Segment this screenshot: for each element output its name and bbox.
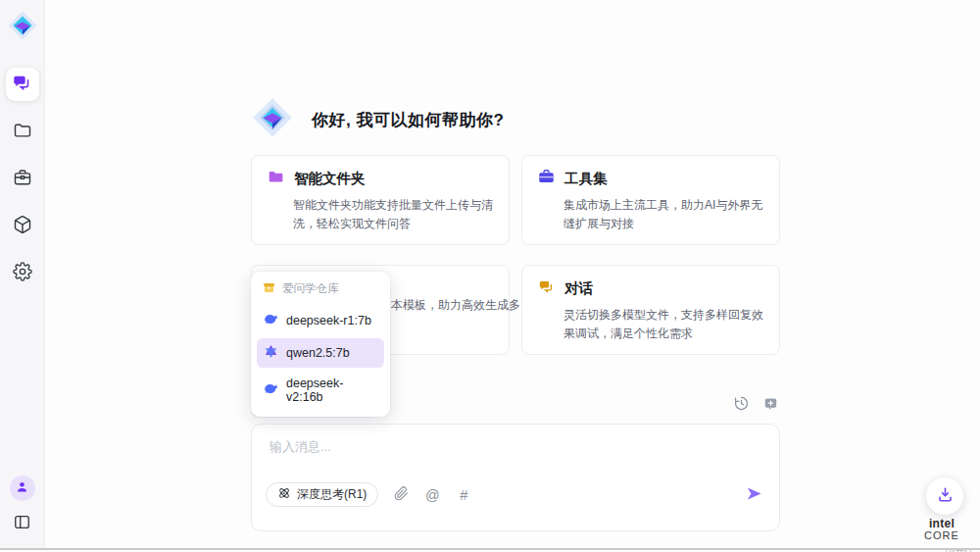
greeting-title: 你好, 我可以如何帮助你? — [312, 109, 504, 131]
deepseek-whale-icon — [264, 381, 278, 399]
collapse-panel-icon — [13, 513, 31, 534]
card-title: 工具集 — [564, 170, 608, 188]
new-chat-button[interactable] — [760, 395, 780, 415]
model-dropdown: 爱问学仓库 deepseek-r1:7b qwen2.5:7b — [251, 272, 390, 417]
card-description: 智能文件夹功能支持批量文件上传与清洗，轻松实现文件问答 — [293, 196, 493, 232]
model-repo-label: 爱问学仓库 — [282, 281, 339, 296]
send-icon — [745, 484, 763, 506]
app-window: 你好, 我可以如何帮助你? 智能文件夹 智能文件夹功能支持批量文件上传与清洗，轻… — [0, 0, 980, 552]
model-option-deepseek-r1[interactable]: deepseek-r1:7b — [257, 306, 384, 335]
at-icon: @ — [425, 487, 440, 503]
card-smart-folder[interactable]: 智能文件夹 智能文件夹功能支持批量文件上传与清洗，轻松实现文件问答 — [251, 155, 510, 245]
download-icon — [936, 485, 955, 507]
app-logo-icon — [6, 9, 39, 42]
core-wordmark: core — [924, 529, 959, 541]
qwen-icon — [264, 344, 278, 362]
card-title: 对话 — [564, 279, 593, 298]
model-option-label: deepseek-v2:16b — [286, 376, 377, 404]
sidebar — [0, 0, 45, 550]
user-avatar[interactable] — [10, 476, 35, 501]
deep-think-toggle[interactable]: 深度思考(R1) — [266, 482, 378, 507]
sidebar-item-chat[interactable] — [6, 68, 39, 101]
model-option-deepseek-v2[interactable]: deepseek-v2:16b — [257, 371, 384, 410]
model-option-label: qwen2.5:7b — [286, 346, 350, 360]
sidebar-item-settings[interactable] — [6, 256, 39, 289]
greeting-logo-icon — [251, 96, 294, 143]
briefcase-icon — [538, 169, 555, 189]
collapse-sidebar-button[interactable] — [10, 511, 35, 536]
sidebar-item-folders[interactable] — [6, 115, 39, 148]
card-toolset[interactable]: 工具集 集成市场上主流工具，助力AI与外界无缝扩展与对接 — [521, 155, 780, 245]
paperclip-icon — [394, 486, 409, 504]
deep-think-label: 深度思考(R1) — [297, 486, 367, 503]
new-chat-icon — [762, 395, 779, 415]
intel-core-logo: intel core ultra — [910, 518, 973, 552]
settings-gear-icon — [13, 262, 32, 284]
download-button[interactable] — [926, 477, 963, 515]
card-description: 灵活切换多模型文件，支持多样回复效果调试，满足个性化需求 — [564, 306, 763, 342]
prompt-tag-button[interactable]: # — [455, 486, 472, 504]
chat-bubbles-icon — [538, 278, 555, 299]
repo-box-icon — [263, 281, 275, 296]
sidebar-bottom — [10, 476, 35, 536]
send-button[interactable] — [745, 484, 763, 506]
chat-icon — [12, 73, 32, 96]
composer-controls: 深度思考(R1) @ # — [266, 482, 763, 507]
model-cube-icon — [13, 215, 32, 237]
model-repo-group: 爱问学仓库 — [257, 278, 384, 303]
model-option-qwen[interactable]: qwen2.5:7b — [257, 338, 384, 368]
intel-wordmark: intel — [929, 517, 955, 530]
greeting: 你好, 我可以如何帮助你? — [251, 96, 504, 143]
atom-icon — [277, 486, 291, 503]
card-description-fragment: 本模板，助力高效生成多 — [391, 296, 520, 315]
deepseek-whale-icon — [264, 312, 278, 329]
window-bottom-border — [0, 548, 980, 550]
message-input[interactable] — [252, 425, 779, 474]
history-clock-icon — [733, 395, 750, 415]
hash-icon: # — [460, 487, 467, 503]
sidebar-nav — [6, 68, 39, 289]
chat-actions — [731, 395, 780, 415]
sidebar-item-toolbox[interactable] — [6, 162, 39, 195]
user-avatar-icon — [15, 479, 29, 497]
card-conversation[interactable]: 对话 灵活切换多模型文件，支持多样回复效果调试，满足个性化需求 — [521, 265, 780, 355]
sidebar-item-models[interactable] — [6, 209, 39, 242]
card-title: 智能文件夹 — [294, 170, 366, 188]
composer: 深度思考(R1) @ # — [251, 424, 780, 531]
folder-icon — [13, 121, 32, 143]
history-button[interactable] — [731, 395, 751, 415]
attach-file-button[interactable] — [392, 486, 410, 504]
model-option-label: deepseek-r1:7b — [286, 314, 371, 327]
folder-icon — [268, 169, 284, 189]
card-description: 集成市场上主流工具，助力AI与外界无缝扩展与对接 — [564, 196, 763, 232]
mention-button[interactable]: @ — [423, 486, 441, 504]
toolbox-icon — [13, 168, 32, 190]
